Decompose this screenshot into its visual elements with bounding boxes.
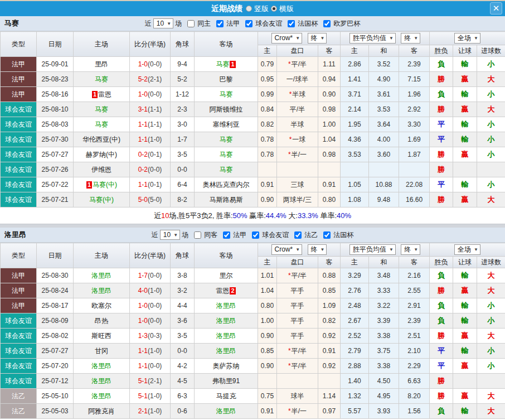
match-row: 球会友谊25-08-09昂热1-0(0-0)3-6洛里昂1.00平手0.822.… — [1, 313, 505, 329]
matches-table: 类型 日期 主场 比分(半场) 角球 客场 Crow* 终 胜平负均值 终 全场… — [0, 243, 505, 419]
avg-away-cell: 1.56 — [399, 404, 430, 419]
away-team-name: 马赛 — [220, 166, 233, 173]
handicap-cell: 平手 — [277, 313, 318, 329]
avg-draw-cell: 3.93 — [369, 404, 399, 419]
match-row: 球会友谊25-07-30华伦西亚(中)1-1(1-0)1-7马赛0.78*一球1… — [1, 132, 505, 147]
vertical-layout-radio[interactable] — [246, 6, 252, 12]
away-team-name: 巴黎 — [220, 75, 233, 83]
handicap-result-cell: 輸 — [453, 177, 477, 192]
home-team-cell: 斯旺西 — [74, 329, 130, 344]
match-date-cell: 25-08-02 — [37, 329, 74, 344]
score-cell: 1-1(0-1) — [130, 177, 171, 192]
avg-home-cell: 2.88 — [341, 359, 369, 374]
league-filter-checkbox[interactable] — [216, 20, 224, 27]
match-date-cell: 25-05-10 — [37, 389, 74, 404]
home-odds-cell: 1.00 — [258, 313, 277, 329]
away-team-name: 马赛 — [216, 60, 229, 68]
horizontal-layout-label[interactable]: 横版 — [279, 4, 294, 14]
handicap-result-cell: 輸 — [453, 117, 477, 132]
recent-count-select[interactable]: 10 — [153, 18, 173, 28]
handicap-result-cell: 輸 — [453, 344, 477, 359]
col-avg-home: 主 — [341, 257, 369, 268]
handicap-result-cell: 贏 — [453, 102, 477, 117]
avg-draw-cell: 9.48 — [369, 192, 399, 207]
handicap-cell: 球半 — [277, 389, 318, 404]
col-handicap-result: 让球 — [453, 45, 477, 57]
final-avg-select[interactable]: 终 — [401, 33, 420, 44]
col-handicap: 盘口 — [277, 257, 318, 268]
final-avg-select[interactable]: 终 — [401, 244, 420, 255]
goals-result-cell: 小 — [477, 298, 505, 313]
avg-away-cell — [399, 162, 430, 177]
handicap-result-cell: 贏 — [453, 192, 477, 207]
halftime-score: (0-0) — [148, 362, 162, 370]
col-home: 主场 — [74, 243, 130, 268]
wdl-result-cell: 勝 — [430, 102, 453, 117]
match-row: 球会友谊25-07-12洛里昂5-1(2-1)4-5弗勒里911.404.506… — [1, 374, 505, 389]
home-team-cell: 阿雅克肖 — [74, 404, 130, 419]
home-team-cell: 马赛(中) — [74, 192, 130, 207]
home-team-name: 华伦西亚(中) — [82, 136, 120, 143]
fulltime-score: 2-1 — [138, 407, 148, 415]
match-row: 球会友谊25-08-10马赛3-1(1-1)2-3阿斯顿维拉0.84平/半0.9… — [1, 102, 505, 117]
col-goals: 进球数 — [477, 257, 505, 268]
league-filter-checkbox[interactable] — [323, 231, 331, 239]
crow-odds-select[interactable]: Crow* — [271, 244, 303, 255]
handicap-result-cell — [453, 374, 477, 389]
fulltime-score: 4-0 — [138, 287, 148, 295]
league-filter-checkbox[interactable] — [323, 20, 331, 27]
horizontal-layout-radio[interactable] — [271, 6, 277, 12]
same-venue-checkbox[interactable] — [187, 20, 195, 27]
score-cell: 2-1(1-0) — [130, 404, 171, 419]
league-filter-checkbox[interactable] — [245, 20, 252, 27]
handicap-cell: 平手 — [277, 329, 318, 344]
avg-home-cell: 3.71 — [341, 87, 369, 102]
away-odds-cell: 0.90 — [318, 87, 341, 102]
corner-cell: 4-2 — [171, 359, 195, 374]
final-odds-select[interactable]: 终 — [308, 33, 327, 44]
away-odds-cell: 0.97 — [318, 404, 341, 419]
final-odds-select[interactable]: 终 — [308, 244, 327, 255]
vertical-layout-label[interactable]: 竖版 — [254, 4, 269, 14]
handicap-text: 两球半/三 — [283, 196, 312, 204]
full-match-select[interactable]: 全场 — [454, 33, 480, 44]
league-filter-checkbox[interactable] — [252, 231, 259, 239]
handicap-cell: *一球 — [277, 132, 318, 147]
avg-select[interactable]: 胜平负均值 — [349, 33, 396, 44]
same-venue-checkbox[interactable] — [194, 231, 201, 239]
goals-result-cell: 大 — [477, 283, 505, 298]
goals-result-cell: 大 — [477, 72, 505, 87]
handicap-star: * — [288, 272, 291, 279]
match-row: 球会友谊25-07-27赫罗纳(中)0-2(0-1)3-5马赛0.78*半/一0… — [1, 147, 505, 162]
home-odds-cell: 0.91 — [258, 177, 277, 192]
crow-odds-select[interactable]: Crow* — [271, 33, 303, 44]
full-match-select[interactable]: 全场 — [454, 244, 480, 255]
fulltime-score: 5-2 — [138, 75, 148, 83]
home-team-name: 洛里昂 — [91, 392, 111, 400]
league-type-cell: 法乙 — [1, 404, 37, 419]
handicap-cell: *半/一 — [277, 147, 318, 162]
recent-count-select[interactable]: 10 — [160, 230, 180, 240]
league-filter-checkbox[interactable] — [294, 231, 302, 239]
match-date-cell: 25-08-17 — [37, 298, 74, 313]
away-team-name: 弗勒里91 — [212, 377, 240, 385]
avg-away-cell: 1.87 — [399, 147, 430, 162]
col-score: 比分(半场) — [130, 243, 171, 268]
col-odds-home: 主 — [258, 257, 277, 268]
handicap-text: 半/一 — [292, 151, 307, 158]
avg-draw-cell: 3.61 — [369, 87, 399, 102]
fulltime-score: 1-0 — [138, 302, 148, 310]
col-type: 类型 — [1, 32, 37, 57]
match-row: 球会友谊25-07-27甘冈1-1(1-0)0-0洛里昂0.85*平/半0.91… — [1, 344, 505, 359]
wdl-result-cell: 平 — [430, 177, 453, 192]
league-filter-checkbox[interactable] — [288, 20, 295, 27]
home-team-name: 洛里昂 — [91, 287, 111, 295]
handicap-cell — [277, 162, 318, 177]
league-filter-checkbox[interactable] — [223, 231, 230, 239]
wdl-result-cell: 平 — [430, 359, 453, 374]
close-button[interactable]: ✕ — [490, 2, 502, 15]
match-row: 法乙25-05-10洛里昂5-1(1-0)6-3马提克0.75球半1.141.3… — [1, 389, 505, 404]
avg-home-cell: 2.67 — [341, 313, 369, 329]
away-odds-cell: 1.04 — [318, 132, 341, 147]
avg-select[interactable]: 胜平负均值 — [349, 244, 396, 255]
